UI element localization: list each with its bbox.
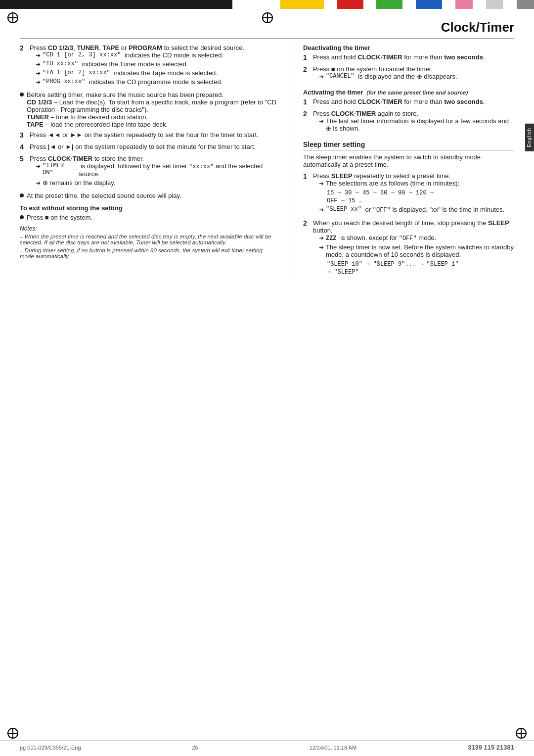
bar-red bbox=[337, 0, 363, 9]
bullet-icon-2 bbox=[20, 193, 24, 197]
step-5-arrow2: ➜ ⊕ remains on the display. bbox=[36, 179, 278, 187]
bullet-2-content: At the preset time, the selected sound s… bbox=[27, 192, 181, 199]
sleep-step-1: 1 Press SLEEP repeatedly to select a pre… bbox=[303, 172, 514, 215]
bar-gap2 bbox=[267, 0, 280, 9]
bullet-1-content: Before setting timer, make sure the musi… bbox=[27, 91, 278, 128]
left-column: 2 Press CD 1/2/3, TUNER, TAPE or PROGRAM… bbox=[20, 44, 278, 280]
step-5: 5 Press CLOCK·TIMER to store the timer. … bbox=[20, 155, 278, 188]
bottom-left-text: pg 001-029/C355/21-Eng bbox=[20, 745, 81, 751]
step-2-content: Press CD 1/2/3, TUNER, TAPE or PROGRAM t… bbox=[30, 44, 278, 87]
to-exit-title: To exit without storing the setting bbox=[20, 204, 278, 212]
activating-step-2-number: 2 bbox=[303, 110, 310, 118]
activating-step-2-arrow: ➜ The last set timer information is disp… bbox=[319, 117, 514, 132]
notes-section: Notes: – When the preset time is reached… bbox=[20, 225, 278, 259]
step-2-arrow2-text: "TU xx:xx" bbox=[43, 60, 78, 67]
step-3: 3 Press ◄◄ or ►► on the system repeatedl… bbox=[20, 131, 278, 139]
step-2: 2 Press CD 1/2/3, TUNER, TAPE or PROGRAM… bbox=[20, 44, 278, 87]
sleep-sequence: 15 → 30 → 45 → 60 → 90 → 120 →OFF → 15 … bbox=[327, 189, 504, 204]
step-3-text: Press ◄◄ or ►► on the system repeatedly … bbox=[30, 131, 259, 139]
deactivating-step-2-arrow: ➜ "CANCEL" is displayed and the ⊕ disapp… bbox=[319, 73, 457, 80]
bar-lightgray bbox=[486, 0, 503, 9]
sleep-step-1-content: Press SLEEP repeatedly to select a prese… bbox=[313, 172, 504, 215]
step-2-number: 2 bbox=[20, 44, 27, 52]
step-3-number: 3 bbox=[20, 131, 27, 139]
activating-arrow-text: The last set timer information is displa… bbox=[326, 117, 514, 132]
sleep-step-2-content: When you reach the desired length of tim… bbox=[313, 219, 514, 276]
sleep-step-1-number: 1 bbox=[303, 172, 310, 180]
to-exit-bullet-icon bbox=[20, 215, 24, 219]
page-content: Clock/Timer 2 Press CD 1/2/3, TUNER, TAP… bbox=[20, 20, 514, 736]
deactivating-section: Deactivating the timer 1 Press and hold … bbox=[303, 44, 514, 82]
bar-green bbox=[376, 0, 402, 9]
step-3-content: Press ◄◄ or ►► on the system repeatedly … bbox=[30, 131, 278, 139]
deactivating-step-2: 2 Press ■ on the system to cancel the ti… bbox=[303, 65, 514, 82]
step-4-number: 4 bbox=[20, 143, 27, 151]
step-2-text: Press CD 1/2/3, TUNER, TAPE or PROGRAM t… bbox=[30, 44, 244, 51]
bar-gap6 bbox=[442, 0, 455, 9]
bullet-1-cd: CD 1/2/3 – Load the disc(s). To start fr… bbox=[27, 98, 276, 113]
sleep-step-1-arrow1: ➜ The selections are as follows (time in… bbox=[319, 180, 504, 187]
step-5-text: Press CLOCK·TIMER to store the timer. bbox=[30, 155, 144, 162]
sleep-step-2-number: 2 bbox=[303, 219, 310, 227]
note-2: – During timer setting, if no button is … bbox=[20, 247, 278, 259]
crosshair-bottom-right bbox=[516, 728, 527, 739]
step-2-arrow3-text: "TA 1 [or 2] xx:xx" bbox=[43, 69, 110, 76]
step-5-content: Press CLOCK·TIMER to store the timer. ➜ … bbox=[30, 155, 278, 188]
step-2-arrow2: ➜ "TU xx:xx" indicates the Tuner mode is… bbox=[36, 60, 278, 68]
crosshair-circle bbox=[7, 12, 18, 23]
step-5-arrow2-text: ⊕ remains on the display. bbox=[43, 179, 115, 187]
bottom-date-text: 12/24/01, 11:18 AM bbox=[310, 745, 356, 751]
bullet-2-text: At the preset time, the selected sound s… bbox=[27, 192, 181, 199]
right-column: Deactivating the timer 1 Press and hold … bbox=[293, 44, 514, 280]
activating-subtitle: (for the same preset time and source) bbox=[365, 90, 468, 95]
to-exit-bullet: Press ■ on the system. bbox=[20, 214, 278, 221]
step-2-arrow3: ➜ "TA 1 [or 2] xx:xx" indicates the Tape… bbox=[36, 69, 278, 77]
bar-gap7 bbox=[473, 0, 486, 9]
bar-yellow bbox=[280, 0, 324, 9]
sleep-step-2-arrow2: ➜ The sleep timer is now set. Before the… bbox=[319, 243, 514, 258]
bar-black bbox=[0, 0, 232, 9]
bar-gap3 bbox=[324, 0, 337, 9]
deactivating-step-2-content: Press ■ on the system to cancel the time… bbox=[313, 65, 457, 82]
activating-step-1-number: 1 bbox=[303, 98, 310, 106]
deactivating-step-2-number: 2 bbox=[303, 65, 310, 73]
bullet-1-tape: TAPE – load the prerecorded tape into ta… bbox=[27, 121, 168, 128]
sleep-step-2-arrow1: ➜ ZZZ is shown, except for "OFF" mode. bbox=[319, 234, 514, 242]
language-tab: English bbox=[525, 124, 534, 151]
deactivating-step-1-number: 1 bbox=[303, 53, 310, 61]
deactivating-step-1: 1 Press and hold CLOCK·TIMER for more th… bbox=[303, 53, 514, 61]
bullet-1-tuner: TUNER – tune to the desired radio statio… bbox=[27, 113, 148, 121]
step-2-arrow4: ➜ "PROG xx:xx" indicates the CD programm… bbox=[36, 78, 278, 86]
activating-title: Activating the timer (for the same prese… bbox=[303, 89, 514, 96]
note-1: – When the preset time is reached and th… bbox=[20, 234, 278, 245]
bar-gap5 bbox=[402, 0, 416, 9]
bottom-center-page: 25 bbox=[192, 745, 198, 751]
bullet-icon-1 bbox=[20, 93, 24, 96]
sleep-timer-title: Sleep timer setting bbox=[303, 141, 514, 150]
sleep-step-1-arrow2: ➜ "SLEEP xx" or "OFF" is displayed. "xx"… bbox=[319, 206, 504, 214]
step-2-arrow1-text: "CD 1 [or 2, 3] xx:xx" bbox=[43, 51, 121, 58]
top-bar-right bbox=[267, 0, 534, 9]
notes-title: Notes: bbox=[20, 225, 278, 232]
step-4-content: Press |◄ or ►| on the system repeatedly … bbox=[30, 143, 278, 150]
sleep-timer-section: Sleep timer setting The sleep timer enab… bbox=[303, 141, 514, 276]
activating-step-1-content: Press and hold CLOCK·TIMER for more than… bbox=[313, 98, 485, 105]
step-4: 4 Press |◄ or ►| on the system repeatedl… bbox=[20, 143, 278, 151]
two-column-layout: 2 Press CD 1/2/3, TUNER, TAPE or PROGRAM… bbox=[20, 44, 514, 280]
deactivating-step-1-content: Press and hold CLOCK·TIMER for more than… bbox=[313, 53, 485, 61]
activating-section: Activating the timer (for the same prese… bbox=[303, 89, 514, 134]
sleep-step-2: 2 When you reach the desired length of t… bbox=[303, 219, 514, 276]
top-color-bar bbox=[0, 0, 534, 9]
to-exit-text: Press ■ on the system. bbox=[27, 214, 92, 221]
bar-blue bbox=[416, 0, 442, 9]
sleep-step-2-arrow2-text: The sleep timer is now set. Before the s… bbox=[326, 243, 514, 258]
step-2-arrow1: ➜ "CD 1 [or 2, 3] xx:xx" indicates the C… bbox=[36, 51, 278, 59]
top-bar-left bbox=[0, 0, 267, 9]
bar-gap4 bbox=[363, 0, 377, 9]
page-title: Clock/Timer bbox=[20, 20, 514, 39]
crosshair-bottom-left bbox=[7, 728, 18, 739]
bullet-item-2: At the preset time, the selected sound s… bbox=[20, 192, 278, 199]
sleep-step-1-arrow1-text: The selections are as follows (time in m… bbox=[326, 180, 459, 187]
step-5-number: 5 bbox=[20, 155, 27, 163]
bottom-bar: pg 001-029/C355/21-Eng 25 12/24/01, 11:1… bbox=[0, 740, 534, 751]
